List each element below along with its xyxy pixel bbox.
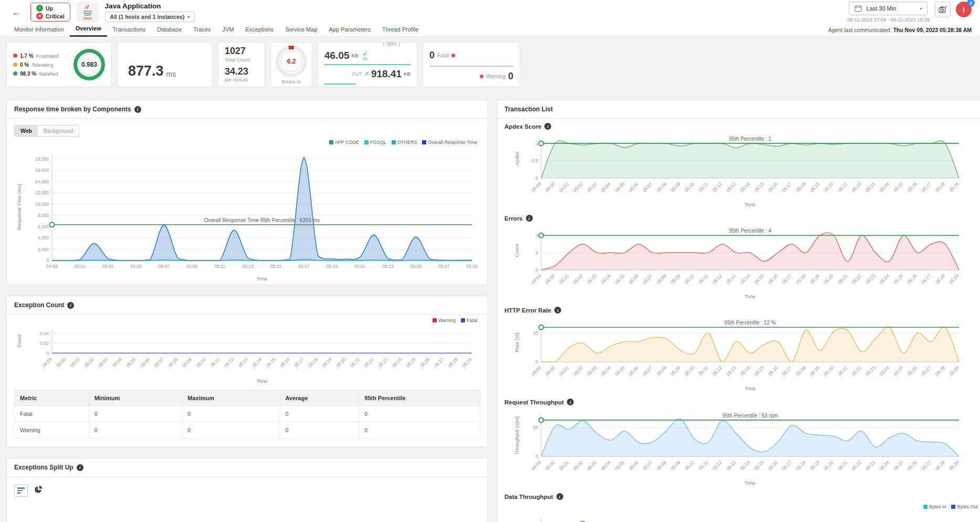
svg-text:05:19: 05:19 — [809, 181, 820, 193]
exception-metrics-table: Metric Minimum Maximum Average 95th Perc… — [14, 390, 480, 439]
info-icon[interactable]: i — [556, 493, 563, 500]
tab-exceptions[interactable]: Exceptions — [240, 24, 280, 36]
request-throughput-section: Request Throughput i 50095th Percentile … — [497, 394, 980, 489]
monitor-status-box[interactable]: ↑ Up ✕ Critical — [30, 3, 70, 22]
svg-text:05:28: 05:28 — [447, 357, 459, 368]
tab-thread-profile[interactable]: Thread Profile — [376, 24, 424, 36]
time-range-dates: 08-11-2023 17:59 - 08-11-2023 18:29 — [847, 17, 930, 23]
frustrated-value: 1.7 % — [20, 53, 34, 59]
svg-text:05:22: 05:22 — [851, 365, 862, 377]
svg-text:05:02: 05:02 — [572, 460, 584, 471]
info-icon[interactable]: i — [77, 464, 83, 471]
svg-text:05:26: 05:26 — [907, 460, 918, 471]
pie-view-button[interactable] — [33, 484, 44, 496]
warning-dot-icon — [480, 75, 483, 78]
legend-pgsql[interactable]: PGSQL — [364, 140, 386, 145]
apdex-card: 1.7 % Frustrated 0 % Tolerating 98.3 % S… — [6, 42, 112, 87]
legend-bytes-in[interactable]: Bytes In — [923, 504, 946, 509]
svg-text:05:24: 05:24 — [391, 357, 403, 368]
clipped-rpm-label: ( rpm ) — [383, 42, 400, 47]
svg-text:95th Percentile : 12 %: 95th Percentile : 12 % — [724, 320, 776, 326]
col-maximum: Maximum — [182, 391, 280, 406]
svg-text:14,000: 14,000 — [35, 179, 49, 184]
svg-text:05:22: 05:22 — [851, 460, 862, 471]
screenshot-button[interactable] — [935, 2, 951, 17]
toggle-web-button[interactable]: Web — [15, 126, 38, 136]
svg-text:05:20: 05:20 — [335, 357, 346, 368]
svg-text:Count: Count — [514, 244, 520, 257]
apdex-value: 0.983 — [73, 49, 105, 80]
data-out-label: OUT — [352, 71, 362, 77]
svg-text:05:07: 05:07 — [642, 181, 654, 193]
response-time-unit: ms — [166, 70, 176, 78]
svg-text:05:21: 05:21 — [837, 365, 848, 377]
pgsql-swatch-icon — [364, 140, 368, 144]
svg-text:05:15: 05:15 — [265, 357, 277, 368]
bar-view-button[interactable] — [14, 484, 28, 497]
info-icon[interactable]: i — [554, 307, 561, 314]
svg-text:05:19: 05:19 — [809, 365, 820, 377]
java-logo-icon — [81, 4, 94, 17]
apdex-satisfied: 98.3 % Satisfied — [13, 71, 59, 77]
tab-transactions[interactable]: Transactions — [107, 24, 152, 36]
svg-text:05:11: 05:11 — [215, 264, 226, 269]
svg-text:05:14: 05:14 — [251, 357, 262, 368]
legend-fatal[interactable]: Fatal — [461, 318, 477, 323]
data-in-out-card: ( rpm ) 46.05 KB ↙ IN OUT ↗ 918.41 KB — [318, 42, 417, 87]
svg-text:05:14: 05:14 — [739, 365, 751, 377]
tab-service-map[interactable]: Service Map — [279, 24, 323, 36]
others-swatch-icon — [392, 140, 396, 144]
tab-traces[interactable]: Traces — [187, 24, 216, 36]
http-error-rate-heading: HTTP Error Rate i — [504, 307, 980, 314]
svg-text:Time: Time — [745, 294, 756, 299]
svg-text:05:06: 05:06 — [628, 273, 639, 285]
svg-text:05:15: 05:15 — [753, 273, 765, 285]
tab-overview[interactable]: Overview — [70, 23, 107, 37]
legend-overall-response-time[interactable]: Overall Response Time — [422, 140, 477, 145]
svg-text:05:28: 05:28 — [934, 365, 946, 377]
legend-app-code[interactable]: APP CODE — [329, 140, 359, 145]
toggle-background-button[interactable]: Background — [38, 126, 79, 136]
info-icon[interactable]: i — [134, 106, 141, 113]
tab-app-parameters[interactable]: App Parameters — [323, 24, 376, 36]
svg-text:05:17: 05:17 — [781, 181, 793, 193]
legend-others[interactable]: OTHERS — [392, 140, 417, 145]
svg-text:05:04: 05:04 — [111, 357, 123, 368]
info-icon[interactable]: i — [67, 302, 74, 309]
exception-count-panel: Exception Count i Warning Fatal 0.040.02… — [6, 296, 488, 447]
svg-text:05:15: 05:15 — [270, 264, 282, 269]
svg-text:05:28: 05:28 — [934, 460, 946, 471]
svg-text:4,000: 4,000 — [38, 235, 49, 241]
svg-text:05:21: 05:21 — [349, 357, 361, 368]
info-icon[interactable]: i — [544, 123, 551, 130]
time-range-box[interactable]: Last 30 Min ▾ — [849, 2, 928, 15]
tab-monitor-information[interactable]: Monitor Information — [8, 24, 70, 36]
info-icon[interactable]: i — [526, 215, 533, 222]
legend-warning[interactable]: Warning — [433, 318, 456, 323]
svg-text:05:13: 05:13 — [725, 181, 737, 193]
info-icon[interactable]: i — [567, 399, 574, 405]
legend-bytes-out[interactable]: Bytes Out — [951, 504, 978, 509]
time-range-picker[interactable]: Last 30 Min ▾ 08-11-2023 17:59 - 08-11-2… — [847, 2, 930, 23]
data-throughput-chart: 21004:5905:0005:0105:0205:0305:0405:0505… — [504, 509, 980, 522]
alert-count-badge: 2 — [967, 0, 975, 7]
svg-text:05:00: 05:00 — [544, 460, 556, 471]
svg-text:05:09: 05:09 — [670, 181, 681, 193]
chevron-down-icon: ▾ — [920, 6, 922, 11]
back-button[interactable]: ← — [8, 6, 24, 19]
col-minimum: Minimum — [89, 391, 182, 406]
http-error-rate-section: HTTP Error Rate i 10095th Percentile : 1… — [497, 302, 980, 394]
svg-text:05:24: 05:24 — [879, 181, 890, 193]
satisfied-dot-icon — [13, 71, 17, 76]
tab-jvm[interactable]: JVM — [217, 24, 240, 36]
host-instance-selector[interactable]: All (1 hosts and 1 instances) ▾ — [105, 12, 195, 22]
svg-text:05:28: 05:28 — [934, 181, 946, 193]
svg-text:05:29: 05:29 — [948, 181, 960, 193]
svg-text:05:00: 05:00 — [55, 357, 67, 368]
tab-database[interactable]: Database — [151, 24, 187, 36]
in-divider — [324, 64, 410, 65]
exceptions-split-header: Exceptions Split Up i — [7, 458, 488, 477]
alerts-button[interactable]: ! 2 — [956, 2, 972, 17]
exception-count-legend: Warning Fatal — [7, 315, 488, 323]
col-average: Average — [280, 391, 359, 406]
